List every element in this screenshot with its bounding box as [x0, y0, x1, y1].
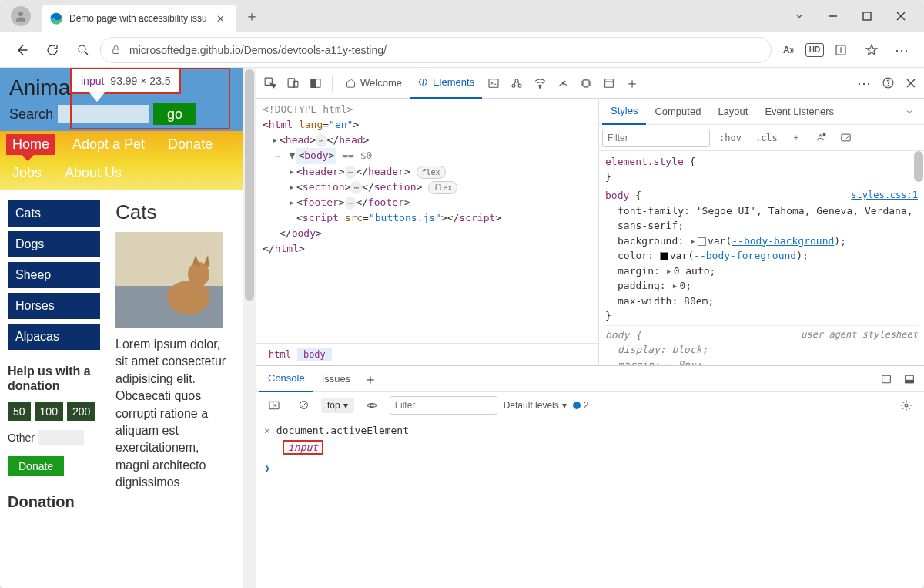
tab-elements[interactable]: Elements: [410, 68, 482, 99]
svg-point-22: [512, 84, 515, 87]
chevron-down-icon[interactable]: [898, 100, 921, 123]
close-devtools-icon[interactable]: [899, 72, 922, 95]
nav-home[interactable]: Home: [6, 134, 55, 155]
remove-expr-icon[interactable]: ✕: [264, 425, 270, 436]
network-icon[interactable]: [528, 72, 551, 95]
page-scrollbar[interactable]: [243, 68, 256, 588]
main-heading: Cats: [116, 200, 236, 224]
clear-console-icon[interactable]: [292, 394, 315, 417]
drawer-dock-icon[interactable]: [898, 368, 921, 391]
inspect-tooltip: input 93.99 × 23.5: [71, 68, 181, 94]
console-output[interactable]: ✕ document.activeElement input ❯: [256, 418, 924, 588]
nav-jobs[interactable]: Jobs: [6, 163, 48, 183]
refresh-button[interactable]: [38, 36, 66, 64]
css-rules[interactable]: element.style { } styles.css:1 body { fo…: [599, 151, 924, 365]
read-aloud-icon[interactable]: A)): [775, 36, 802, 64]
log-level-selector[interactable]: Default levels▾: [504, 400, 567, 411]
nav-adopt[interactable]: Adopt a Pet: [66, 134, 151, 155]
console-prompt[interactable]: ❯: [264, 462, 916, 474]
svg-point-24: [539, 86, 541, 88]
amount-200[interactable]: 200: [67, 402, 95, 421]
donate-button[interactable]: Donate: [8, 456, 64, 476]
performance-icon[interactable]: [551, 72, 574, 95]
hov-toggle[interactable]: :hov: [715, 129, 746, 147]
nav-donate[interactable]: Donate: [162, 134, 219, 155]
drawer-open-icon[interactable]: [875, 368, 898, 391]
issue-count[interactable]: 2: [573, 400, 589, 411]
svg-rect-3: [863, 12, 871, 20]
address-bar[interactable]: microsoftedge.github.io/Demos/devtools-a…: [100, 37, 772, 63]
flex-editor-icon[interactable]: [835, 129, 856, 147]
other-amount-input[interactable]: [38, 430, 84, 445]
svg-rect-8: [113, 49, 119, 54]
add-tab-icon[interactable]: ＋: [621, 72, 644, 95]
tab-styles[interactable]: Styles: [602, 99, 646, 125]
console-settings-icon[interactable]: [895, 394, 918, 417]
tab-layout[interactable]: Layout: [709, 99, 756, 125]
sidebar-item-sheep[interactable]: Sheep: [8, 262, 100, 288]
profile-avatar[interactable]: [11, 6, 31, 26]
breadcrumb-html[interactable]: html: [263, 348, 297, 361]
inspect-element-icon[interactable]: [258, 72, 281, 95]
application-icon[interactable]: [598, 72, 621, 95]
panel-toggle-icon[interactable]: [304, 72, 327, 95]
styles-scrollbar[interactable]: [914, 151, 923, 182]
help-heading: Help us with a donation: [8, 364, 100, 393]
sidebar-item-horses[interactable]: Horses: [8, 293, 100, 319]
edge-icon: [49, 12, 63, 25]
more-icon[interactable]: ⋯: [889, 36, 916, 64]
tab-computed[interactable]: Computed: [646, 99, 709, 125]
font-editor-icon[interactable]: [810, 129, 831, 147]
tab-issues[interactable]: Issues: [313, 366, 360, 392]
more-tools-icon[interactable]: ⋯: [853, 72, 876, 95]
search-icon[interactable]: [69, 36, 97, 64]
cls-toggle[interactable]: .cls: [751, 129, 782, 147]
back-button[interactable]: [8, 36, 35, 64]
hd-icon[interactable]: HD: [805, 43, 824, 57]
new-tab-button[interactable]: ＋: [244, 8, 259, 24]
browser-tab[interactable]: Demo page with accessibility issu ✕: [42, 5, 236, 32]
amount-50[interactable]: 50: [8, 402, 31, 421]
memory-icon[interactable]: [574, 72, 598, 95]
help-icon[interactable]: [876, 72, 899, 95]
svg-rect-35: [882, 375, 891, 382]
sidebar-item-cats[interactable]: Cats: [8, 200, 100, 227]
search-input[interactable]: [58, 105, 149, 123]
breadcrumb-body[interactable]: body: [297, 348, 332, 361]
sidebar-item-dogs[interactable]: Dogs: [8, 231, 100, 257]
reader-icon[interactable]: [827, 36, 855, 64]
dom-tree[interactable]: <!DOCTYPE html> <html lang="en"> ▸<head>…: [256, 99, 598, 343]
svg-point-12: [167, 281, 210, 314]
sources-icon[interactable]: [505, 72, 528, 95]
sidebar-item-alpacas[interactable]: Alpacas: [8, 324, 100, 350]
styles-filter-input[interactable]: [602, 129, 710, 147]
new-rule-icon[interactable]: ＋: [787, 129, 805, 147]
amount-100[interactable]: 100: [35, 402, 63, 421]
console-icon[interactable]: [482, 72, 505, 95]
svg-rect-20: [489, 79, 498, 87]
live-expr-icon[interactable]: [360, 394, 383, 417]
nav-about[interactable]: About Us: [59, 163, 128, 183]
chevron-down-icon[interactable]: [782, 4, 816, 29]
console-filter-input[interactable]: [390, 396, 497, 415]
minimize-button[interactable]: [816, 4, 850, 29]
go-button[interactable]: go: [153, 103, 196, 125]
tab-welcome[interactable]: Welcome: [337, 68, 410, 99]
svg-rect-38: [270, 402, 279, 408]
add-drawer-tab-icon[interactable]: ＋: [359, 368, 382, 391]
svg-point-23: [518, 84, 521, 87]
tab-console[interactable]: Console: [259, 366, 313, 392]
device-toggle-icon[interactable]: [281, 72, 304, 95]
url-text: microsoftedge.github.io/Demos/devtools-a…: [129, 44, 762, 56]
context-selector[interactable]: top▾: [321, 398, 354, 413]
favorite-icon[interactable]: [858, 36, 886, 64]
expression-result[interactable]: input: [283, 440, 323, 455]
svg-rect-19: [311, 79, 315, 87]
svg-line-41: [301, 402, 306, 407]
close-tab-icon[interactable]: ✕: [213, 11, 229, 26]
source-link[interactable]: styles.css:1: [851, 188, 918, 202]
tab-event-listeners[interactable]: Event Listeners: [756, 99, 842, 125]
maximize-button[interactable]: [850, 4, 884, 29]
sidebar-toggle-icon[interactable]: [263, 394, 286, 417]
close-window-button[interactable]: [884, 4, 918, 29]
